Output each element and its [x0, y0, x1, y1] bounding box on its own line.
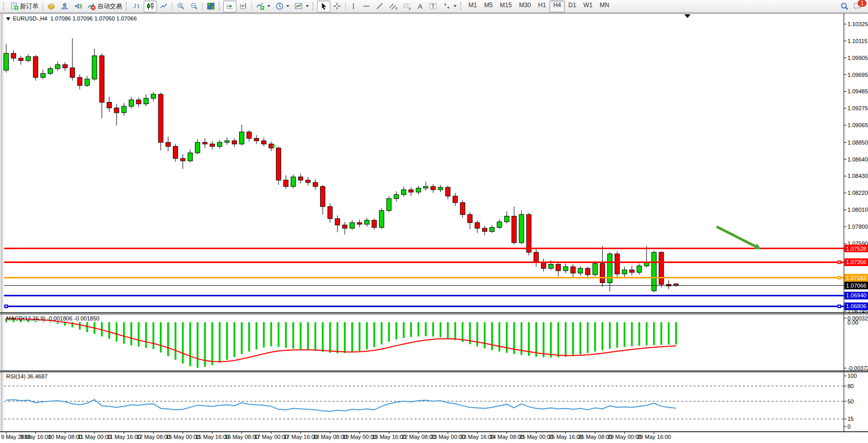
- candle: [387, 198, 391, 210]
- macd-bar: [528, 322, 530, 356]
- arrows-icon: [443, 2, 451, 10]
- search-icon[interactable]: [840, 2, 849, 11]
- candle: [41, 73, 45, 77]
- toolbar-grip: [312, 2, 316, 10]
- tile-windows-icon: [207, 2, 215, 10]
- shift-marker-icon[interactable]: [684, 14, 691, 18]
- notifications-button[interactable]: 1: [853, 2, 863, 11]
- community-button[interactable]: [58, 1, 71, 12]
- candle: [526, 215, 531, 253]
- macd-bar: [675, 322, 677, 344]
- candle: [70, 68, 75, 77]
- chart-window[interactable]: 1.103251.101151.099051.096951.094851.092…: [0, 13, 868, 443]
- macd-bar: [263, 322, 265, 347]
- macd-bar: [462, 322, 464, 341]
- periods-dropdown-button[interactable]: [273, 1, 292, 12]
- chart-shift-button[interactable]: [236, 1, 250, 12]
- macd-pane: [5, 318, 677, 368]
- macd-bar: [57, 322, 59, 324]
- news-button[interactable]: [71, 1, 85, 12]
- trendline-tool-button[interactable]: [373, 1, 386, 12]
- candle: [276, 148, 281, 180]
- macd-bar: [491, 322, 493, 350]
- line-chart-button[interactable]: [157, 1, 170, 12]
- vertical-line-tool-button[interactable]: [347, 1, 360, 12]
- macd-bar: [550, 322, 552, 357]
- templates-button[interactable]: [292, 1, 311, 12]
- macd-bar: [366, 322, 368, 349]
- period-button-d1[interactable]: D1: [565, 1, 580, 12]
- candle: [166, 143, 170, 147]
- period-button-m1[interactable]: M1: [465, 1, 481, 12]
- svg-text:F: F: [409, 7, 411, 11]
- macd-bar: [594, 322, 596, 351]
- svg-text:15: 15: [847, 416, 854, 422]
- label-tool-button[interactable]: T: [426, 1, 440, 12]
- candle: [343, 225, 347, 228]
- period-button-h4[interactable]: H4: [549, 1, 564, 12]
- period-button-m30[interactable]: M30: [516, 1, 535, 12]
- macd-bar: [477, 322, 479, 346]
- candlestick-chart-button[interactable]: [144, 1, 157, 12]
- svg-text:1.08850: 1.08850: [847, 139, 868, 146]
- bar-chart-button[interactable]: [130, 1, 144, 12]
- zoom-out-button[interactable]: [187, 1, 201, 12]
- period-button-m5[interactable]: M5: [481, 1, 497, 12]
- candle: [122, 106, 126, 113]
- chart-title: EURUSD-,H4 1.07086 1.07096 1.07050 1.070…: [6, 15, 137, 22]
- candle: [357, 223, 362, 224]
- candle: [497, 222, 502, 228]
- macd-bar: [410, 322, 412, 337]
- macd-indicator-label: MACD(12,26,9) -0.001806 -0.001850: [6, 315, 100, 321]
- indicators-button[interactable]: [253, 1, 273, 12]
- periods-caret: [286, 5, 289, 7]
- svg-text:9 May 16:00: 9 May 16:00: [20, 434, 51, 440]
- new-order-button[interactable]: 新订单: [8, 1, 41, 12]
- macd-bar: [270, 322, 272, 346]
- trend-arrow-object[interactable]: [717, 227, 759, 248]
- cursor-tool-button[interactable]: [317, 1, 330, 12]
- svg-text:1.07356: 1.07356: [846, 259, 866, 265]
- fibonacci-tool-button[interactable]: F: [400, 1, 414, 12]
- period-button-m15[interactable]: M15: [496, 1, 515, 12]
- time-axis[interactable]: 9 May 20239 May 16:0010 May 08:0011 May …: [1, 432, 671, 440]
- candle: [299, 177, 303, 180]
- auto-trading-button[interactable]: 自动交易: [85, 1, 125, 12]
- candle: [328, 207, 332, 218]
- candles-layer: [4, 38, 679, 292]
- crosshair-tool-button[interactable]: [330, 1, 344, 12]
- candle: [423, 187, 428, 188]
- candle: [629, 270, 634, 272]
- chart-canvas[interactable]: 1.103251.101151.099051.096951.094851.092…: [0, 13, 868, 443]
- svg-text:1.06806: 1.06806: [846, 303, 866, 309]
- candle: [210, 144, 214, 147]
- channel-tool-button[interactable]: E: [386, 1, 400, 12]
- candle: [306, 180, 310, 183]
- text-tool-button[interactable]: A: [414, 1, 426, 12]
- svg-text:1.10115: 1.10115: [847, 38, 867, 44]
- horizontal-line-tool-button[interactable]: [360, 1, 373, 12]
- candle: [468, 215, 472, 223]
- auto-scroll-button[interactable]: [223, 1, 236, 12]
- toolbar-grip: [126, 2, 129, 10]
- macd-bar: [337, 322, 339, 353]
- period-button-h1[interactable]: H1: [535, 1, 549, 12]
- period-button-mn[interactable]: MN: [596, 1, 613, 12]
- candle: [254, 138, 259, 141]
- macd-bar: [285, 322, 287, 348]
- tile-windows-button[interactable]: [204, 1, 218, 12]
- toolbar-separator: [251, 2, 252, 11]
- chart-collapse-icon[interactable]: [6, 17, 10, 21]
- candle: [534, 252, 539, 263]
- period-button-w1[interactable]: W1: [580, 1, 596, 12]
- candle: [92, 56, 97, 79]
- candle: [593, 264, 598, 275]
- svg-text:T: T: [431, 4, 435, 9]
- zoom-in-button[interactable]: [174, 1, 187, 12]
- arrows-tool-button[interactable]: [440, 1, 459, 12]
- price-axis[interactable]: 1.103251.101151.099051.096951.094851.092…: [844, 21, 868, 430]
- svg-text:1.09065: 1.09065: [847, 122, 868, 128]
- market-depth-button[interactable]: [45, 1, 58, 12]
- candle: [504, 216, 509, 222]
- toolbar-grip: [3, 2, 7, 10]
